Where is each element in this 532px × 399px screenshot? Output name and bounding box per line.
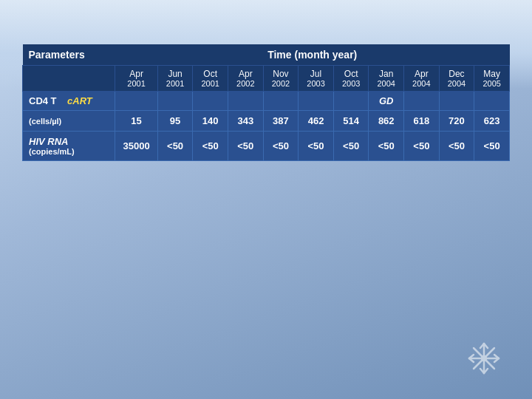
col-year-0: 2001 — [120, 79, 152, 88]
cart-empty-10 — [474, 92, 510, 111]
hiv-val-9: <50 — [439, 132, 474, 161]
col-header-10: May 2005 — [474, 66, 510, 92]
cart-empty-1 — [157, 92, 193, 111]
col-header-5: Jul 2003 — [299, 66, 334, 92]
col-month-1: Jun — [163, 69, 188, 79]
col-header-9: Dec 2004 — [439, 66, 474, 92]
col-month-10: May — [479, 69, 505, 79]
hiv-val-1: <50 — [157, 132, 193, 161]
hiv-val-4: <50 — [263, 132, 299, 161]
snowflake-icon — [466, 340, 502, 377]
col-header-1: Jun 2001 — [157, 66, 193, 92]
col-month-8: Apr — [409, 69, 434, 79]
cd4-label-text: CD4 T — [29, 95, 57, 106]
cart-empty-6 — [333, 92, 369, 111]
cd4-val-10: 623 — [474, 111, 510, 132]
time-title: Time (month year) — [115, 44, 510, 66]
col-header-6: Oct 2003 — [333, 66, 369, 92]
col-month-0: Apr — [120, 69, 152, 79]
hiv-val-7: <50 — [369, 132, 404, 161]
data-table: Parameters Time (month year) Apr 2001 Ju… — [22, 44, 510, 161]
col-year-9: 2004 — [444, 79, 470, 88]
cd4-val-3: 343 — [228, 111, 264, 132]
main-container: Parameters Time (month year) Apr 2001 Ju… — [0, 0, 532, 176]
gd-cell: GD — [369, 92, 404, 111]
cd4-cells-label: (cells/µl) — [23, 111, 115, 132]
cd4-val-0: 15 — [115, 111, 157, 132]
col-month-2: Oct — [197, 69, 223, 79]
col-year-6: 2003 — [338, 79, 364, 88]
title-row: Parameters Time (month year) — [23, 44, 510, 66]
hiv-val-8: <50 — [404, 132, 440, 161]
cd4-val-5: 462 — [299, 111, 334, 132]
hiv-val-5: <50 — [299, 132, 334, 161]
cart-empty-9 — [439, 92, 474, 111]
col-year-8: 2004 — [409, 79, 434, 88]
col-header-3: Apr 2002 — [228, 66, 264, 92]
hiv-label-line2: (copies/mL) — [29, 147, 112, 156]
cd4-val-8: 618 — [404, 111, 440, 132]
column-header-row: Apr 2001 Jun 2001 Oct 2001 Apr 2002 Nov — [23, 66, 510, 92]
cd4-val-9: 720 — [439, 111, 474, 132]
cart-label: cART — [67, 95, 92, 106]
col-year-1: 2001 — [163, 79, 188, 88]
col-year-3: 2002 — [233, 79, 259, 88]
cart-empty-3 — [228, 92, 264, 111]
cart-empty-8 — [404, 92, 440, 111]
col-month-7: Jan — [373, 69, 399, 79]
cart-row: CD4 T cART GD — [23, 92, 510, 111]
col-month-4: Nov — [268, 69, 294, 79]
hiv-val-2: <50 — [193, 132, 228, 161]
cart-empty-0 — [115, 92, 157, 111]
col-header-8: Apr 2004 — [404, 66, 440, 92]
cart-empty-5 — [299, 92, 334, 111]
empty-header — [23, 66, 115, 92]
cd4-label: CD4 T cART — [23, 92, 115, 111]
cart-empty-2 — [193, 92, 228, 111]
hiv-label-line1: HIV RNA — [29, 136, 112, 147]
col-year-5: 2003 — [303, 79, 329, 88]
cd4-cells-text: (cells/µl) — [29, 117, 112, 126]
cart-empty-4 — [263, 92, 299, 111]
cd4-val-6: 514 — [333, 111, 369, 132]
svg-point-12 — [482, 356, 486, 361]
cd4-data-row: (cells/µl) 15 95 140 343 387 462 514 862… — [23, 111, 510, 132]
cd4-val-2: 140 — [193, 111, 228, 132]
col-year-7: 2004 — [373, 79, 399, 88]
hiv-val-10: <50 — [474, 132, 510, 161]
cd4-val-7: 862 — [369, 111, 404, 132]
hiv-data-row: HIV RNA (copies/mL) 35000 <50 <50 <50 <5… — [23, 132, 510, 161]
col-month-9: Dec — [444, 69, 470, 79]
col-header-0: Apr 2001 — [115, 66, 157, 92]
hiv-val-6: <50 — [333, 132, 369, 161]
params-header: Parameters — [23, 44, 115, 66]
cd4-val-1: 95 — [157, 111, 193, 132]
hiv-label: HIV RNA (copies/mL) — [23, 132, 115, 161]
col-year-4: 2002 — [268, 79, 294, 88]
hiv-val-0: 35000 — [115, 132, 157, 161]
col-month-6: Oct — [338, 69, 364, 79]
col-month-3: Apr — [233, 69, 259, 79]
cd4-val-4: 387 — [263, 111, 299, 132]
col-year-2: 2001 — [197, 79, 223, 88]
col-header-4: Nov 2002 — [263, 66, 299, 92]
col-header-2: Oct 2001 — [193, 66, 228, 92]
col-month-5: Jul — [303, 69, 329, 79]
col-year-10: 2005 — [479, 79, 505, 88]
hiv-val-3: <50 — [228, 132, 264, 161]
col-header-7: Jan 2004 — [369, 66, 404, 92]
table-wrapper: Parameters Time (month year) Apr 2001 Ju… — [22, 44, 510, 161]
